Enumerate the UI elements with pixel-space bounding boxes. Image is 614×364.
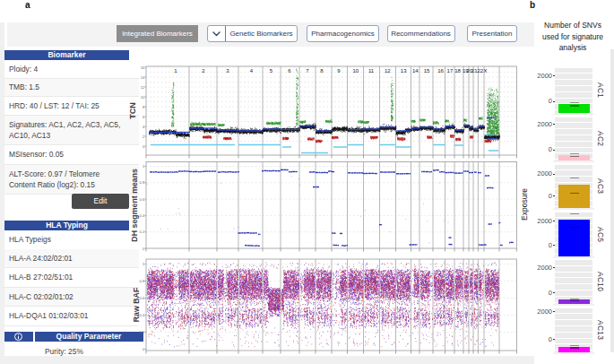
facet-baseline-strip [553, 256, 594, 258]
ci-lower-AC3 [570, 193, 580, 194]
facet-ytick-mark [553, 245, 556, 246]
exposure-bar-AC3 [558, 185, 590, 208]
facet-ytick-label: 2000 [527, 169, 552, 178]
facet-ytick-label: 0 [527, 241, 552, 249]
axis-tick-label: 0.6 [139, 197, 144, 202]
axis-tick-label: 12 [141, 85, 145, 90]
axis-tick-label: 0 [143, 347, 145, 351]
chromosome-label: 13 [401, 68, 407, 74]
axis-tick-label: 4 [143, 125, 145, 129]
facet-ytick-mark [553, 221, 556, 221]
chromosome-label: 15 [424, 68, 430, 74]
axis-tick-label: 10 [141, 95, 145, 100]
ci-lower-AC5 [570, 227, 580, 228]
facet-ytick-label: 2000 [527, 217, 552, 225]
track-label-1: DH segment means [130, 169, 139, 242]
right-edge-strip [610, 49, 614, 352]
facet-baseline-strip [553, 304, 594, 306]
chromosome-label: 10 [352, 68, 359, 74]
facet-baseline-strip [553, 114, 594, 116]
facet-ytick-mark [553, 292, 556, 293]
axis-tick-label: 6 [143, 115, 145, 119]
facet-strip-label-AC13: AC13 [596, 308, 605, 353]
genomic-plots: 024681012141610.80.60.40.2010.80.60.40.2… [0, 0, 614, 364]
facet-ytick-mark [553, 124, 556, 125]
facet-baseline-strip [553, 208, 594, 210]
facet-strip-label-AC5: AC5 [596, 212, 605, 257]
axis-tick-label: 1 [143, 164, 145, 169]
axis-tick-label: 16 [141, 65, 145, 70]
chromosome-label: 14 [412, 68, 419, 74]
facet-ytick-mark [553, 101, 556, 102]
ci-upper-AC5 [570, 213, 580, 214]
facet-ytick-mark [553, 311, 556, 312]
chromosome-label: 11 [368, 68, 375, 74]
ci-upper-AC3 [570, 178, 580, 178]
facet-ytick-label: 2000 [527, 72, 552, 80]
facet-ytick-mark [553, 267, 556, 268]
facet-strip-label-AC10: AC10 [596, 260, 605, 304]
facet-ytick-label: 0 [527, 145, 552, 153]
facet-strip-label-AC2: AC2 [596, 117, 605, 161]
facet-ytick-mark [553, 150, 556, 151]
axis-tick-label: 0 [143, 144, 145, 149]
axis-tick-label: 0.4 [139, 213, 144, 218]
track-label-2: Raw BAF [132, 287, 141, 322]
axis-tick-label: 0.2 [139, 330, 144, 334]
facet-strip-label-AC3: AC3 [596, 165, 605, 209]
chromosome-label: 17 [447, 68, 454, 74]
chromosome-label: 12 [385, 68, 391, 74]
facet-strip-label-AC1: AC1 [596, 68, 605, 114]
axis-tick-label: 1 [143, 262, 145, 266]
axis-tick-label: 0.8 [139, 180, 144, 185]
facet-ytick-label: 2000 [527, 120, 552, 128]
ci-upper-AC13 [570, 345, 580, 346]
facet-baseline-strip [553, 160, 594, 162]
facet-panel-AC10 [555, 260, 592, 304]
axis-tick-label: 8 [143, 105, 145, 109]
axis-tick-label: 14 [141, 75, 145, 80]
axis-tick-label: 0.8 [139, 279, 144, 283]
axis-tick-label: 2 [143, 134, 145, 139]
facet-ytick-label: 0 [527, 97, 552, 105]
facet-ytick-label: 2000 [527, 308, 552, 316]
facet-ytick-mark [553, 339, 556, 340]
chromosome-label: 18 [454, 68, 461, 74]
facet-ytick-mark [553, 195, 556, 196]
track-label-0: TCN [128, 102, 137, 119]
facet-ytick-label: 0 [527, 192, 552, 200]
facet-ytick-mark [553, 75, 556, 76]
facet-ytick-label: 0 [527, 335, 552, 343]
facet-ytick-mark [553, 174, 556, 175]
chromosome-label: X [483, 68, 487, 74]
ci-lower-AC1 [570, 105, 580, 106]
facet-baseline-strip [553, 352, 594, 354]
facet-ytick-label: 2000 [527, 264, 552, 272]
chromosome-label: 16 [437, 68, 444, 74]
axis-tick-label: 0 [143, 247, 145, 251]
ci-upper-AC1 [570, 102, 580, 103]
exposure-bar-AC5 [558, 220, 590, 256]
ci-upper-AC2 [570, 153, 580, 154]
ci-lower-AC2 [570, 156, 580, 157]
signature-panel-title: Number of SNVs used for signature analys… [534, 20, 611, 54]
ci-lower-AC10 [570, 300, 580, 301]
facet-ytick-label: 0 [527, 289, 552, 297]
ci-lower-AC13 [570, 347, 580, 348]
axis-tick-label: 0.2 [139, 230, 144, 234]
